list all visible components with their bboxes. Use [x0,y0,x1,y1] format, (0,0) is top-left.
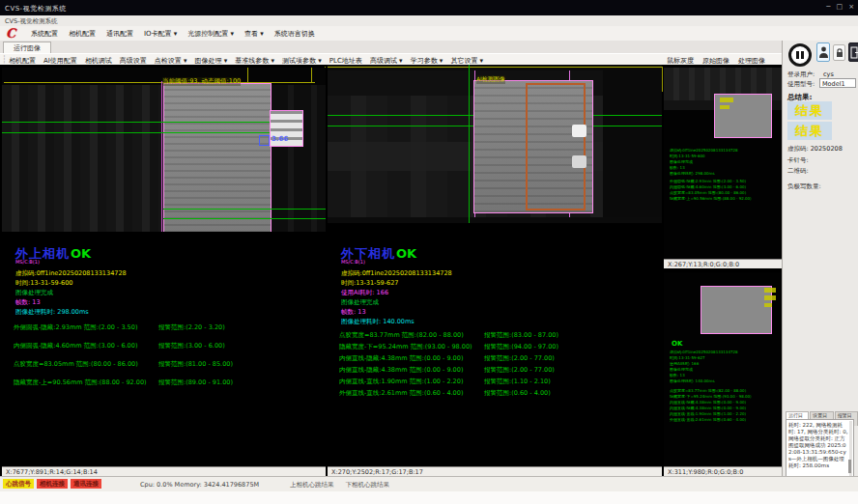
cpu-memory-status: Cpu: 0.0% Memory: 3424.41796875M [140,481,259,489]
thumb-ok-label: OK [672,340,682,348]
blue-marker-label: 3.66 [272,135,288,143]
status-badge: 相机连接 [37,479,68,489]
baseline-yellow-line [328,67,662,68]
login-user-label: 登录用户: [787,70,815,79]
thumb-mini-text: 隐藏宽度-上=90.56mm 范围:(88.00 - 92.00) [670,196,778,202]
measurement-row: 内侧圆弧-隐藏:4.60mm 范围:(3.00 - 6.00) 报警范围:(3.… [14,342,323,360]
bottom-thumbnail-image[interactable]: OK 虚拟码:0ff1ine20250208133134728时间:13-31-… [664,272,782,466]
measurement-value: 内侧直线-隐藏:4.38mm 范围:(0.00 - 9.00) [339,354,463,363]
window-control-button[interactable]: × [848,3,854,11]
lock-button[interactable] [833,44,845,61]
threshold-overlay-text: 当前阈值:93, 动态阈值:100 [162,77,241,86]
menu-item[interactable]: IO卡配置 ▾ [144,29,177,39]
yellow-label-mark [764,303,772,307]
machine-background-right [603,70,662,217]
thumb-mini-text: 图像处理耗时: 298.00ms [670,171,778,177]
log-panel: 耗时: 222, 网络检测耗时: 17, 网络分类耗时: 0, 网络提取分类耗时… [786,419,854,480]
measurement-value: 隐藏宽度-下=95.24mm 范围:(93.00 - 98.00) [339,343,472,351]
title-bar: CVS-视觉检测系统 ─□× [0,0,858,15]
pause-icon [796,51,799,59]
window-control-button[interactable]: □ [837,3,844,11]
result-info-line: 时间:13-31-59-627 [341,278,631,288]
left-camera-panel: 当前阈值:93, 动态阈值:100 3.66 外上相机OK MS/C:B(1) … [2,65,326,476]
top-thumb-coord-bar: X:267;Y:13;R:0;G:0;B:0 [664,259,782,268]
result-box-2: 结果 [787,122,832,140]
app-title: CVS-视觉检测系统 [5,17,57,26]
menu-item[interactable]: 通讯配置 [106,29,133,39]
measurement-alarm-range: 报警范围:(1.10 - 2.10) [484,378,551,386]
panel-divider-line [662,67,663,92]
ai-detect-orange-box [526,83,586,210]
yellow-label-mark [720,105,729,109]
status-bar: 心跳信号相机连接通讯连接 Cpu: 0.0% Memory: 3424.4179… [0,476,858,491]
right-sidebar: 登录用户: cys 使用型号: Model1 总结果: 结果 结果 虚拟码:20… [782,41,858,476]
yellow-label-mark [764,295,776,300]
left-pixel-coord-bar: X:7677;Y:891;R:14;G:14;B:14 [2,466,326,476]
left-camera-image[interactable]: 当前阈值:93, 动态阈值:100 3.66 [2,68,326,232]
menu-item[interactable]: 相机配置 [69,29,96,39]
baseline-yellow-tick [311,68,312,82]
measure-green-line [2,132,270,133]
yellow-label-mark [764,288,776,293]
window-control-button[interactable]: ─ [826,3,830,11]
result-ok-badge: OK [71,246,91,261]
pause-icon [801,51,804,59]
menu-item[interactable]: 系统配置 [31,29,58,39]
model-select[interactable]: Model1 [819,78,856,88]
blue-marker-box [259,135,270,146]
tab-bar [0,41,858,53]
middle-pixel-coord-bar: X:270;Y:2502;R:17;G:17;B:17 [328,466,662,476]
exit-button[interactable] [848,42,858,62]
result-info-line: 图像处理耗时: 298.00ms [15,307,305,317]
user-button[interactable] [816,42,830,62]
yellow-label-mark [720,98,733,102]
measurement-value: 内侧圆弧-隐藏:4.60mm 范围:(3.00 - 6.00) [14,342,137,350]
result-info-line: 图像处理耗时: 140.00ms [341,317,631,326]
result-info-line: 时间:13-31-59-600 [15,278,305,288]
status-badge: 心跳信号 [3,479,34,489]
measurement-value: 点胶宽度=83.05mm 范围:(80.00 - 86.00) [14,360,138,369]
measure-green-vline [469,65,470,223]
middle-camera-panel: AI检测图像 外下相机OK MS/C:B(1) 虚拟码:0ff1ine20250… [328,65,662,476]
measurement-value: 隐藏宽度-上=90.56mm 范围:(88.00 - 92.00) [14,378,147,387]
camera-heartbeat-status: 下相机心跳结果 [346,481,390,490]
measure-green-line [163,209,326,210]
baseline-yellow-tick [247,68,248,82]
measurement-row: 内侧直线-直线:1.90mm 范围:(1.00 - 2.20) 报警范围:(1.… [339,378,648,389]
measurement-alarm-range: 报警范围:(2.00 - 77.00) [484,354,555,363]
bottom-strip [0,491,858,504]
bright-feature [572,125,586,137]
measurement-alarm-range: 报警范围:(0.60 - 4.00) [484,389,551,398]
user-icon [818,45,829,60]
status-badge: 通讯连接 [71,479,101,489]
log-scrollbar-thumb[interactable] [848,460,851,473]
window-title: CVS-视觉检测系统 [5,4,67,14]
roi-magenta-line [161,81,162,232]
field-write-count: 负极写数量: [787,182,823,191]
measure-green-line [2,122,270,123]
thumb-mini-text: 外侧直线-直线:2.61mm 范围:(0.60 - 4.00) [670,417,778,423]
result-info-line: 虚拟码:0ff1ine20250208133134728 [341,268,631,278]
measurement-alarm-range: 报警范围:(3.00 - 6.00) [158,342,225,350]
model-label: 使用型号: [787,80,815,89]
camera-heartbeat-status: 上相机心跳结果 [290,481,334,490]
log-scrollbar[interactable] [849,421,852,478]
measurement-row: 点胶宽度=83.77mm 范围:(82.00 - 88.00) 报警范围:(83… [339,331,648,343]
menu-item[interactable]: 系统语言切换 [274,29,315,39]
measurement-value: 外侧圆弧-隐藏:2.93mm 范围:(2.00 - 3.50) [14,323,137,332]
top-thumbnail-image[interactable]: 虚拟码:0ff1ine20250208133134728时间:13-31-59-… [664,65,782,259]
middle-camera-image[interactable]: AI检测图像 [328,65,662,223]
measurement-alarm-range: 报警范围:(81.00 - 85.00) [158,360,233,369]
log-text: 耗时: 222, 网络检测耗时: 17, 网络分类耗时: 0, 网络提取分类耗时… [788,422,848,469]
pause-button[interactable] [788,43,812,67]
menu-item[interactable]: 查看 ▾ [244,29,264,39]
measurement-value: 内侧直线-隐藏:4.38mm 范围:(0.00 - 9.00) [339,366,463,375]
result-info-line: 图像处理完成 [15,288,305,297]
menu-item[interactable]: 光源控制配置 ▾ [187,29,234,39]
machine-background [2,85,163,232]
bottom-thumb-coord-bar: X:311;Y:980;R:0;G:0;B:0 [664,466,782,476]
product-texture [164,84,271,232]
field-needle-no: 卡针号: [787,156,811,165]
measurement-row: 内侧直线-隐藏:4.38mm 范围:(0.00 - 9.00) 报警范围:(2.… [339,354,648,366]
measurement-alarm-range: 报警范围:(94.00 - 97.00) [484,343,558,351]
